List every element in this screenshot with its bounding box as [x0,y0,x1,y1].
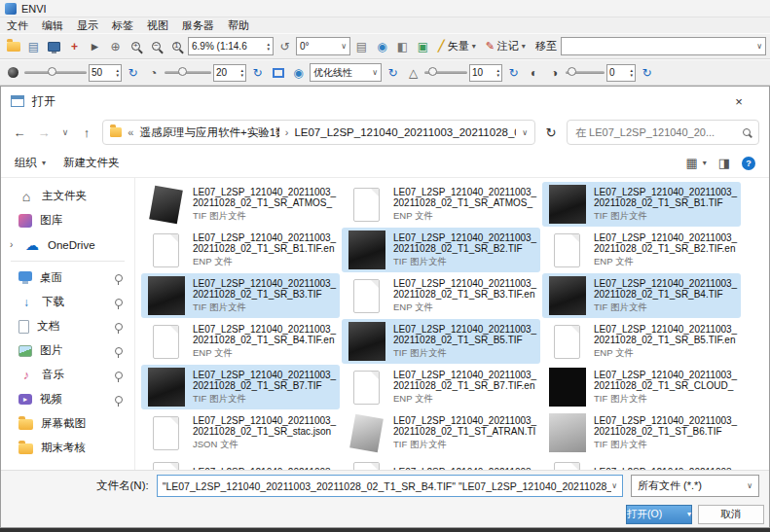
file-tile[interactable]: LE07_L2SP_121040_20211003_20211028_02_T1… [141,410,340,455]
cancel-button[interactable]: 取消 [698,505,764,524]
flicker-icon[interactable]: ◧ [393,37,412,55]
zoom-level-combo[interactable]: 6.9% (1:14.6 ▴▾ [188,37,274,55]
menu-item[interactable]: 文件 [0,18,35,33]
breadcrumb-dropdown-icon[interactable]: ∨ [522,128,528,137]
breadcrumb-collapse[interactable]: « [128,126,133,138]
preview-pane-button[interactable]: ◨ [718,156,730,170]
sidebar-item[interactable]: › 桌面 [5,266,130,290]
zoom-in-icon[interactable]: + [127,37,145,55]
zoom-out-icon[interactable]: − [147,37,165,55]
crosshair-icon[interactable]: + [65,37,84,55]
goto-combo[interactable]: ∨ [561,37,766,55]
vector-button[interactable]: ╱ 矢量 ▾ [434,36,480,56]
stretch-type-combo[interactable]: 优化线性 ∨ [310,63,382,82]
transparency-slider[interactable] [566,71,605,74]
file-tile[interactable]: LE07_L2SP_121040_20211003_20211028_02_T1… [141,273,340,318]
sidebar-item[interactable]: › 图片 [5,338,130,363]
filename-combo[interactable]: "LE07_L2SP_121040_20211003_20211028_02_T… [157,475,623,497]
file-tile[interactable]: LE07_L2SP_121040_20211003_20211028_02_T1… [342,410,540,455]
file-thumbnail [546,321,588,363]
breadcrumb[interactable]: « 遥感原理与应用软件+实验1数据 › LE07_L2SP_121040_202… [102,120,535,145]
contrast-refresh-icon[interactable]: ↻ [248,63,267,82]
stretch-globe-icon[interactable]: ◉ [289,63,308,82]
forward-button[interactable]: → [35,125,53,140]
menu-item[interactable]: 视图 [140,18,175,33]
file-tile[interactable]: LE07_L2SP_121040_20211003_20211028_02_T1… [342,365,540,409]
menu-item[interactable]: 显示 [70,18,105,33]
globe-icon[interactable]: ◉ [373,37,391,55]
contrast-field[interactable]: 20 ▴▾ [213,64,246,82]
file-tile[interactable]: LE07_L2SP_121040_20211003_20... [542,456,741,470]
portal-icon[interactable]: ▣ [414,37,432,55]
breadcrumb-current[interactable]: LE07_L2SP_121040_20211003_20211028_02_T1 [294,126,516,138]
file-tile[interactable]: LE07_L2SP_121040_20211003_20211028_02_T1… [342,319,540,364]
view-mode-button[interactable]: ▦ ▾ [685,156,706,170]
file-tile[interactable]: LE07_L2SP_121040_20211003_20... [141,456,340,470]
file-tile[interactable]: LE07_L2SP_121040_20211003_20211028_02_T1… [342,273,540,318]
sidebar-item[interactable]: › 期末考核 [5,436,130,460]
close-button[interactable]: × [718,87,759,116]
sidebar-item[interactable]: › 主文件夹 [5,184,130,208]
back-button[interactable]: ← [11,125,28,140]
open-button[interactable]: 打开(O) ▾ [626,505,692,524]
envi-logo-icon [5,3,17,15]
menu-item[interactable]: 编辑 [35,18,70,33]
file-tile[interactable]: LE07_L2SP_121040_20211003_20211028_02_T1… [542,182,741,227]
file-tile[interactable]: LE07_L2SP_121040_20211003_20211028_02_T1… [542,319,741,364]
new-display-icon[interactable] [45,37,63,55]
annotation-button[interactable]: ✎ 注记 ▾ [482,36,530,56]
sidebar-item[interactable]: › 下载 [5,290,130,314]
file-tile[interactable]: LE07_L2SP_121040_20211003_20211028_02_T1… [141,365,340,409]
sidebar-item[interactable]: › OneDrive [5,232,130,257]
filetype-combo[interactable]: 所有文件 (*.*) ∨ [631,475,759,497]
new-folder-button[interactable]: 新建文件夹 [63,156,120,170]
expand-chevron-icon[interactable]: › [10,239,17,250]
layers-icon[interactable]: ▤ [352,37,371,55]
brightness-refresh-icon[interactable]: ↻ [124,63,142,82]
data-manager-icon[interactable]: ▤ [24,37,43,55]
file-tile[interactable]: LE07_L2SP_121040_20211003_20211028_02_T1… [342,228,540,272]
sidebar-item[interactable]: › 屏幕截图 [5,411,130,436]
rotation-angle-combo[interactable]: 0° ∨ [296,37,350,55]
extent-frame-icon[interactable] [269,63,287,82]
cursor-icon[interactable]: ► [86,37,104,55]
file-tile[interactable]: LE07_L2SP_121040_20211003_20211028_02_T1… [141,228,340,272]
menu-item[interactable]: 标签 [105,18,140,33]
menu-item[interactable]: 服务器 [175,18,221,33]
brightness-field[interactable]: 50 ▴▾ [89,64,122,82]
transparency-field[interactable]: 0 ▴▾ [606,64,636,82]
sidebar-item[interactable]: › 图库 [5,208,130,232]
contrast-slider[interactable] [165,71,211,74]
zoom-spinner[interactable]: ▴▾ [267,42,270,52]
up-button[interactable]: ↑ [78,125,95,140]
document-icon [554,462,580,471]
sidebar-item[interactable]: › 音乐 [5,363,130,387]
file-tile[interactable]: LE07_L2SP_121040_20211003_20211028_02_T1… [141,319,340,364]
file-tile[interactable]: LE07_L2SP_121040_20211003_20211028_02_T1… [542,273,741,318]
file-tile[interactable]: LE07_L2SP_121040_20211003_20211028_02_T1… [141,182,340,227]
rotate-reset-icon[interactable]: ↺ [275,37,294,55]
file-tile[interactable]: LE07_L2SP_121040_20211003_20211028_02_T1… [342,182,540,227]
refresh-button[interactable]: ↻ [542,125,560,140]
sharpen-refresh-icon[interactable]: ↻ [504,63,523,82]
brightness-slider[interactable] [24,71,87,74]
recent-locations-button[interactable]: ∨ [59,127,71,137]
file-tile[interactable]: LE07_L2SP_121040_20211003_20... [342,456,540,470]
search-input[interactable]: 在 LE07_L2SP_121040_20... [567,120,759,145]
sharpen-field[interactable]: 10 ▴▾ [469,64,502,82]
sidebar-item[interactable]: › 文档 [5,314,130,338]
menu-item[interactable]: 帮助 [221,18,256,33]
organize-button[interactable]: 组织 ▾ [15,156,46,170]
open-file-icon[interactable] [4,37,22,55]
transparency-refresh-icon[interactable]: ↻ [638,63,656,82]
zoom-one-to-one-icon[interactable]: 1 [167,37,186,55]
sidebar-item[interactable]: › 视频 [5,387,130,411]
stretch-refresh-icon[interactable]: ↻ [384,63,402,82]
file-tile[interactable]: LE07_L2SP_121040_20211003_20211028_02_T1… [542,365,741,409]
sharpen-slider[interactable] [424,71,467,74]
help-button[interactable]: ? [742,157,755,170]
pan-icon[interactable]: ⊕ [106,37,125,55]
file-tile[interactable]: LE07_L2SP_121040_20211003_20211028_02_T1… [542,410,741,455]
breadcrumb-root[interactable]: 遥感原理与应用软件+实验1数据 [139,125,278,140]
file-tile[interactable]: LE07_L2SP_121040_20211003_20211028_02_T1… [542,228,741,272]
